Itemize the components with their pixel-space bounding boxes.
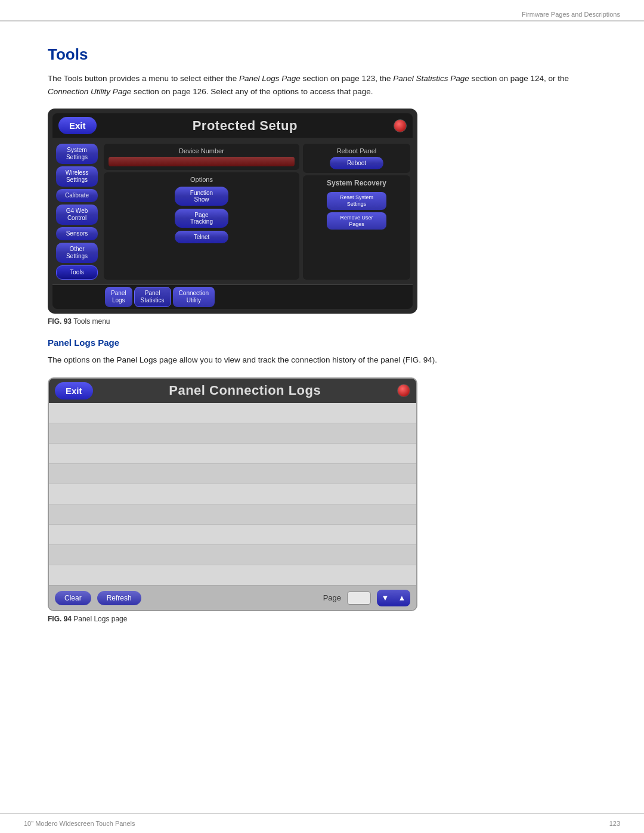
nav-down-button[interactable]: ▼ <box>377 590 394 606</box>
page-tracking-button[interactable]: PageTracking <box>175 209 228 228</box>
device-body: SystemSettings WirelessSettings Calibrat… <box>52 139 413 284</box>
logs-body <box>49 403 416 586</box>
recovery-buttons: Reset SystemSettings Remove UserPages <box>327 192 386 230</box>
logs-title: Panel Connection Logs <box>93 383 397 398</box>
options-label: Options <box>109 176 295 183</box>
tab-panel-logs[interactable]: PanelLogs <box>105 287 132 307</box>
device-header: Exit Protected Setup <box>52 113 413 138</box>
fig94-caption-text: Panel Logs page <box>73 615 127 623</box>
log-row-2 <box>49 423 416 444</box>
footer-left: 10" Modero Widescreen Touch Panels <box>24 820 135 827</box>
sidebar-btn-other-settings[interactable]: OtherSettings <box>56 243 98 263</box>
status-indicator <box>394 119 407 132</box>
device-number-input[interactable] <box>109 157 295 166</box>
log-row-7 <box>49 525 416 545</box>
log-row-5 <box>49 484 416 504</box>
device-main-area: Device Number Options FunctionShow PageT… <box>101 141 413 282</box>
logs-exit-button[interactable]: Exit <box>55 382 93 400</box>
nav-buttons: ▼ ▲ <box>377 590 410 606</box>
logs-footer: Clear Refresh Page ▼ ▲ <box>49 586 416 610</box>
header-text: Firmware Pages and Descriptions <box>522 11 620 18</box>
sidebar-btn-wireless-settings[interactable]: WirelessSettings <box>56 166 98 187</box>
section-title: Tools <box>48 45 596 64</box>
sidebar-btn-system-settings[interactable]: SystemSettings <box>56 144 98 164</box>
footer-right: 123 <box>609 820 620 827</box>
function-show-button[interactable]: FunctionShow <box>175 187 228 206</box>
system-recovery-label: System Recovery <box>327 179 386 187</box>
fig93-caption: FIG. 93 Tools menu <box>48 317 596 326</box>
tab-bar: PanelLogs PanelStatistics ConnectionUtil… <box>52 284 413 309</box>
panel-logs-body: The options on the Panel Logs page allow… <box>48 354 596 367</box>
page-label: Page <box>323 593 341 602</box>
remove-user-pages-button[interactable]: Remove UserPages <box>327 212 386 230</box>
page-footer: 10" Modero Widescreen Touch Panels 123 <box>0 813 644 833</box>
fig94-caption-bold: FIG. 94 <box>48 615 72 623</box>
sidebar-btn-g4web-control[interactable]: G4 WebControl <box>56 205 98 225</box>
logs-status-indicator <box>397 384 410 397</box>
panel-logs-section-title: Panel Logs Page <box>48 337 596 348</box>
log-row-3 <box>49 444 416 464</box>
options-section: Options FunctionShow PageTracking Telnet <box>104 172 299 280</box>
section-intro: The Tools button provides a menu to sele… <box>48 72 596 98</box>
page-input[interactable] <box>347 592 371 605</box>
device-center: Device Number Options FunctionShow PageT… <box>104 144 299 280</box>
nav-up-button[interactable]: ▲ <box>394 590 410 606</box>
log-row-9 <box>49 565 416 586</box>
log-row-1 <box>49 403 416 423</box>
tab-connection-utility[interactable]: ConnectionUtility <box>173 287 215 307</box>
reboot-panel-section: Reboot Panel Reboot <box>303 144 410 173</box>
logs-header: Exit Panel Connection Logs <box>49 379 416 403</box>
option-buttons: FunctionShow PageTracking Telnet <box>109 187 295 243</box>
log-row-6 <box>49 504 416 525</box>
sidebar-btn-sensors[interactable]: Sensors <box>56 227 98 240</box>
sidebar-btn-calibrate[interactable]: Calibrate <box>56 189 98 202</box>
fig93-caption-text: Tools menu <box>73 317 110 326</box>
reboot-panel-label: Reboot Panel <box>337 147 377 154</box>
clear-button[interactable]: Clear <box>55 591 91 605</box>
telnet-button[interactable]: Telnet <box>175 231 228 243</box>
device-number-section: Device Number <box>104 144 299 170</box>
sidebar-btn-tools[interactable]: Tools <box>56 265 98 280</box>
log-row-4 <box>49 464 416 484</box>
exit-button[interactable]: Exit <box>58 117 97 134</box>
page-header: Firmware Pages and Descriptions <box>0 0 644 21</box>
main-content: Tools The Tools button provides a menu t… <box>0 27 644 671</box>
tab-panel-statistics[interactable]: PanelStatistics <box>134 287 171 307</box>
fig93-device-ui: Exit Protected Setup SystemSettings Wire… <box>48 109 417 314</box>
system-recovery-section: System Recovery Reset SystemSettings Rem… <box>303 175 410 280</box>
fig93-caption-bold: FIG. 93 <box>48 317 72 326</box>
fig94-caption: FIG. 94 Panel Logs page <box>48 615 596 623</box>
reset-system-settings-button[interactable]: Reset SystemSettings <box>327 192 386 210</box>
reboot-button[interactable]: Reboot <box>330 157 383 169</box>
device-title: Protected Setup <box>97 118 394 134</box>
device-right-panel: Reboot Panel Reboot System Recovery Rese… <box>303 144 410 280</box>
device-number-label: Device Number <box>109 147 295 154</box>
sidebar-buttons: SystemSettings WirelessSettings Calibrat… <box>52 141 101 282</box>
fig94-device-ui: Exit Panel Connection Logs Clear Refresh… <box>48 377 417 611</box>
refresh-button[interactable]: Refresh <box>97 591 141 605</box>
log-row-8 <box>49 545 416 565</box>
